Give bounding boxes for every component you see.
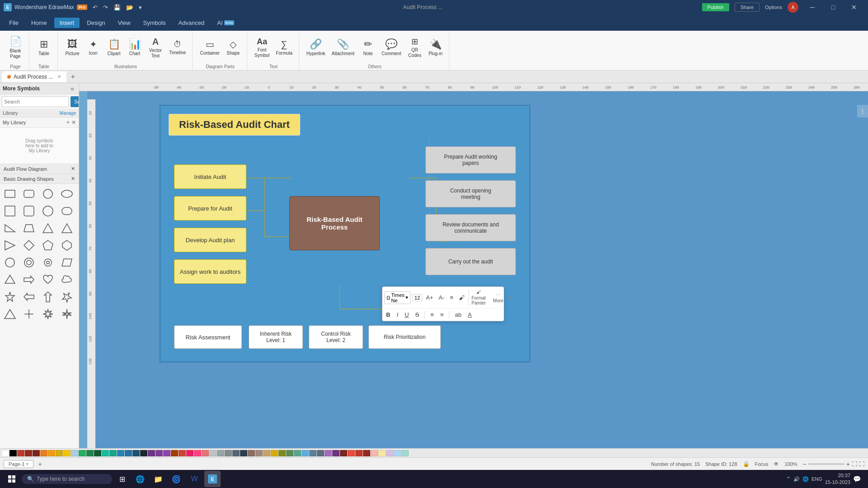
- edge-button[interactable]: 🌐: [132, 471, 148, 487]
- shape-triangle2[interactable]: [2, 237, 18, 253]
- shape-stadium[interactable]: [59, 203, 75, 219]
- icon-button[interactable]: ✦ Icon: [83, 33, 103, 62]
- tray-icon1[interactable]: ⌃: [786, 476, 791, 482]
- shape-diamond[interactable]: [21, 237, 37, 253]
- notifications-button[interactable]: 💬: [853, 475, 861, 483]
- color-swatch-peach[interactable]: [371, 450, 378, 456]
- shape-arrow-left[interactable]: [21, 289, 37, 305]
- shape-heart[interactable]: [40, 272, 56, 288]
- shape-cross[interactable]: [21, 306, 37, 322]
- attachment-button[interactable]: 📎 Attachment: [329, 33, 358, 62]
- ab-button[interactable]: ab: [453, 310, 463, 319]
- explorer-button[interactable]: 📁: [150, 471, 166, 487]
- user-avatar[interactable]: A: [788, 2, 798, 13]
- color-swatch-charcoal[interactable]: [240, 450, 247, 456]
- color-swatch-purple[interactable]: [148, 450, 155, 456]
- canvas-container[interactable]: -50 -40 -30 -20 -10 0 10 20 30 40 50 60 …: [79, 83, 868, 448]
- timeline-button[interactable]: ⏱ Timeline: [166, 33, 189, 62]
- menu-ai[interactable]: AI Beta: [212, 18, 240, 28]
- color-swatch-salmon[interactable]: [202, 450, 209, 456]
- shape-star4[interactable]: [2, 289, 18, 305]
- color-swatch-lemon[interactable]: [378, 450, 386, 456]
- font-symbol-button[interactable]: Aa FontSymbol: [252, 33, 272, 62]
- basic-shapes-section[interactable]: Basic Drawing Shapes ✕: [0, 174, 79, 184]
- font-family-selector[interactable]: Ω Times Ne ▾: [384, 291, 410, 304]
- shape-rectangle[interactable]: [2, 186, 18, 202]
- color-swatch-mauve[interactable]: [325, 450, 332, 456]
- color-swatch-darkblue[interactable]: [132, 450, 140, 456]
- diagram-area[interactable]: Risk-Based Audit Chart Initiate Audit Pr…: [160, 105, 530, 362]
- color-swatch-wine[interactable]: [340, 450, 347, 456]
- menu-advanced[interactable]: Advanced: [173, 18, 210, 28]
- shape-rounded-triangle[interactable]: [2, 306, 18, 322]
- color-swatch-navy[interactable]: [140, 450, 147, 456]
- color-swatch-blue[interactable]: [125, 450, 132, 456]
- shape-rounded-rectangle[interactable]: [21, 186, 37, 202]
- save-button[interactable]: 💾: [112, 3, 123, 12]
- my-library-header[interactable]: My Library + ✕: [0, 117, 79, 128]
- color-swatch-steel[interactable]: [309, 450, 316, 456]
- risk-assessment-box[interactable]: Risk Assessment: [174, 325, 242, 349]
- color-swatch-red[interactable]: [17, 450, 24, 456]
- color-swatch-silver[interactable]: [225, 450, 232, 456]
- close-audit-icon[interactable]: ✕: [71, 166, 75, 172]
- develop-plan-box[interactable]: Develop Audit plan: [174, 228, 246, 252]
- shape-ring[interactable]: [21, 254, 37, 271]
- color-swatch-darkteal[interactable]: [109, 450, 117, 456]
- control-risk-box[interactable]: Control RiskLevel: 2: [309, 325, 363, 349]
- collapse-library-icon[interactable]: ✕: [71, 119, 76, 126]
- italic-button[interactable]: I: [395, 310, 400, 319]
- full-screen-button[interactable]: ⛶: [859, 461, 864, 467]
- fit-page-button[interactable]: ⛶: [852, 461, 857, 467]
- shape-circle-outline[interactable]: [2, 254, 18, 271]
- color-swatch-crimson[interactable]: [363, 450, 370, 456]
- close-button[interactable]: ✕: [844, 0, 864, 14]
- more-button[interactable]: ⋯ More: [491, 291, 506, 304]
- color-swatch-violet[interactable]: [156, 450, 163, 456]
- color-swatch-indigo[interactable]: [163, 450, 170, 456]
- menu-view[interactable]: View: [113, 18, 136, 28]
- assign-work-box[interactable]: Assign work to auditors: [174, 259, 246, 284]
- color-swatch-sky[interactable]: [302, 450, 309, 456]
- shape-circle2[interactable]: [40, 203, 56, 219]
- taskbar-search[interactable]: 🔍 Type here to search: [22, 474, 112, 484]
- zoom-slider[interactable]: [808, 463, 844, 465]
- search-button[interactable]: Search: [71, 96, 79, 107]
- color-swatch-lavender[interactable]: [386, 450, 393, 456]
- add-library-icon[interactable]: +: [66, 119, 70, 126]
- tab-close[interactable]: ✕: [57, 74, 61, 79]
- shape-square-open[interactable]: [2, 203, 18, 219]
- color-swatch-tan[interactable]: [255, 450, 263, 456]
- color-swatch-hotpink[interactable]: [194, 450, 201, 456]
- carry-out-audit-box[interactable]: Carry out the audit: [425, 248, 516, 275]
- more-quick-access[interactable]: ▾: [137, 3, 144, 12]
- color-swatch-darkred[interactable]: [25, 450, 32, 456]
- paint-icon[interactable]: 🖌: [457, 293, 467, 302]
- ordered-list-button[interactable]: ≡: [439, 310, 446, 319]
- redo-button[interactable]: ↷: [101, 3, 110, 12]
- color-swatch-azure[interactable]: [394, 450, 401, 456]
- color-swatch-white[interactable]: [2, 450, 9, 456]
- color-swatch-green[interactable]: [79, 450, 86, 456]
- color-swatch-yellow[interactable]: [63, 450, 71, 456]
- publish-button[interactable]: Publish: [702, 3, 729, 11]
- risk-prioritization-box[interactable]: Risk Prioritization: [368, 325, 441, 349]
- inherent-risk-box[interactable]: Inherent RiskLevel: 1: [249, 325, 303, 349]
- bold-button[interactable]: B: [384, 310, 392, 319]
- shape-parallelogram[interactable]: [59, 254, 75, 271]
- color-swatch-rose[interactable]: [186, 450, 193, 456]
- color-swatch-mint[interactable]: [294, 450, 301, 456]
- chart-title[interactable]: Risk-Based Audit Chart: [169, 114, 300, 136]
- container-button[interactable]: ▭ Container: [197, 33, 222, 62]
- color-swatch-pink[interactable]: [179, 450, 186, 456]
- shape-ellipse[interactable]: [59, 186, 75, 202]
- qr-codes-button[interactable]: ⊞ QRCodes: [405, 33, 425, 62]
- search-input[interactable]: [2, 96, 69, 107]
- color-swatch-black[interactable]: [9, 450, 17, 456]
- add-tab-button[interactable]: +: [67, 71, 78, 82]
- color-swatch-tomato[interactable]: [355, 450, 363, 456]
- menu-file[interactable]: File: [4, 18, 24, 28]
- shape-circle[interactable]: [40, 186, 56, 202]
- color-swatch-lime[interactable]: [71, 450, 78, 456]
- tray-icon3[interactable]: 🌐: [802, 476, 809, 482]
